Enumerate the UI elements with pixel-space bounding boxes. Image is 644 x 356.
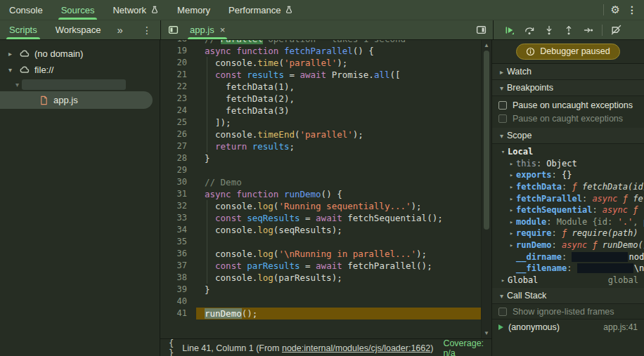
chevron-right-icon[interactable]: ▸ <box>507 242 516 249</box>
section-watch[interactable]: ▸ Watch <box>492 64 644 80</box>
code-line-20[interactable]: 20 console.time('parallel'); <box>160 57 482 69</box>
tree-item-file[interactable]: ▾file:// <box>0 62 160 78</box>
line-number[interactable]: 20 <box>160 57 196 69</box>
line-number[interactable]: 19 <box>160 45 196 57</box>
chevron-right-icon[interactable]: ▸ <box>507 230 516 237</box>
line-number[interactable]: 27 <box>160 140 196 152</box>
code-line-21[interactable]: 21 const results = await Promise.all([ <box>160 69 482 81</box>
editor-scrollbar[interactable]: ▲ ▼ <box>481 40 491 338</box>
scope-row-Global[interactable]: ▸Globalglobal <box>492 275 644 286</box>
code-line-32[interactable]: 32 console.log('Running sequentially...'… <box>160 200 482 212</box>
line-number[interactable]: 26 <box>160 128 196 140</box>
line-number[interactable]: 34 <box>160 224 196 236</box>
panel-tab-sources[interactable]: Sources <box>52 0 104 20</box>
scope-row-require[interactable]: ▸require: ƒ require(path) <box>492 228 644 239</box>
line-number[interactable]: 29 <box>160 164 196 176</box>
line-number[interactable]: 18 <box>160 40 196 45</box>
code-line-34[interactable]: 34 console.log(seqResults); <box>160 224 482 236</box>
scroll-up-icon[interactable]: ▲ <box>482 42 491 48</box>
step-out-button[interactable] <box>560 22 577 38</box>
line-number[interactable]: 35 <box>160 236 196 248</box>
line-number[interactable]: 28 <box>160 152 196 164</box>
navigator-more-icon[interactable]: ⋮ <box>142 25 160 36</box>
line-number[interactable]: 38 <box>160 272 196 284</box>
code-line-30[interactable]: 30// Demo <box>160 176 482 188</box>
chevron-right-icon[interactable]: ▸ <box>507 171 516 178</box>
section-scope[interactable]: ▾ Scope <box>492 128 644 144</box>
code-line-40[interactable]: 40 <box>160 296 482 308</box>
pretty-print-icon[interactable]: { } <box>169 338 174 356</box>
chevron-right-icon[interactable]: ▸ <box>507 218 516 225</box>
tree-item-nodomain[interactable]: ▸(no domain) <box>0 46 160 62</box>
chevron-right-icon[interactable]: ▸ <box>507 206 516 213</box>
scrollbar-thumb[interactable] <box>484 51 489 230</box>
scope-row-runDemo[interactable]: ▸runDemo: async ƒ runDemo() <box>492 239 644 251</box>
code-line-25[interactable]: 25 ]); <box>160 117 482 128</box>
code-line-26[interactable]: 26 console.timeEnd('parallel'); <box>160 128 482 140</box>
scope-row-exports[interactable]: ▸exports: {} <box>492 169 644 181</box>
chevron-right-icon[interactable]: ▸ <box>498 277 508 284</box>
line-number[interactable]: 25 <box>160 117 196 128</box>
code-line-27[interactable]: 27 return results; <box>160 140 482 152</box>
chevron-right-icon[interactable]: ▸ <box>6 50 15 58</box>
section-call-stack[interactable]: ▾ Call Stack <box>492 288 644 304</box>
checkbox-icon[interactable] <box>498 114 507 123</box>
chevron-down-icon[interactable]: ▾ <box>498 148 508 155</box>
step-button[interactable] <box>579 22 597 38</box>
code-line-31[interactable]: 31async function runDemo() { <box>160 188 482 200</box>
panel-tab-console[interactable]: Console <box>0 0 52 20</box>
scope-row-module[interactable]: ▸module: Module {id: '.', path <box>492 216 644 228</box>
deactivate-breakpoints-button[interactable] <box>607 22 625 38</box>
navigator-tab-workspace[interactable]: Workspace <box>46 20 110 39</box>
hide-debugger-panel-icon[interactable] <box>476 25 487 35</box>
section-breakpoints[interactable]: ▾ Breakpoints <box>492 80 644 96</box>
code-line-35[interactable]: 35 <box>160 236 482 248</box>
scope-row-fetchData[interactable]: ▸fetchData: ƒ fetchData(id) <box>492 181 644 193</box>
loader-link[interactable]: node:internal/modules/cjs/loader:1662 <box>282 343 430 353</box>
chevron-right-icon[interactable]: ▸ <box>507 160 516 167</box>
code-line-28[interactable]: 28} <box>160 152 482 164</box>
code-line-24[interactable]: 24 fetchData(3) <box>160 105 482 117</box>
scope-row-fetchParallel[interactable]: ▸fetchParallel: async ƒ fetchParallel() <box>492 192 644 204</box>
line-number[interactable]: 39 <box>160 284 196 296</box>
scope-row-this[interactable]: ▸this: Object <box>492 158 644 170</box>
code-line-18[interactable]: 18// Parallel operation - takes 1 second <box>160 40 482 45</box>
panel-tab-network[interactable]: Network <box>103 0 168 20</box>
ignore-listed-row[interactable]: Show ignore-listed frames <box>492 304 644 319</box>
code-line-22[interactable]: 22 fetchData(1), <box>160 81 482 93</box>
line-number[interactable]: 33 <box>160 212 196 224</box>
navigator-toggle-icon[interactable] <box>168 25 179 35</box>
line-number[interactable]: 31 <box>160 188 196 200</box>
line-number[interactable]: 24 <box>160 105 196 117</box>
tab-appjs[interactable]: app.js × <box>183 20 232 39</box>
chevron-right-icon[interactable]: ▸ <box>507 183 516 190</box>
tree-item-appjs[interactable]: app.js <box>0 91 153 109</box>
gear-icon[interactable]: ⚙ <box>611 4 620 16</box>
line-number[interactable]: 32 <box>160 200 196 212</box>
line-number[interactable]: 30 <box>160 176 196 188</box>
chevron-right-icon[interactable]: ▸ <box>507 195 516 202</box>
code-line-19[interactable]: 19async function fetchParallel() { <box>160 45 482 57</box>
code-line-41[interactable]: 41runDemo(); <box>160 308 482 319</box>
more-vert-icon[interactable]: ⋮ <box>627 4 637 15</box>
tab-overflow-chevron[interactable]: » <box>110 24 129 36</box>
code-line-23[interactable]: 23 fetchData(2), <box>160 93 482 105</box>
navigator-tab-scripts[interactable]: Scripts <box>0 20 46 39</box>
checkbox-icon[interactable] <box>498 308 507 316</box>
tree-item-folder-redacted[interactable]: ▾ <box>0 78 160 91</box>
chevron-down-icon[interactable]: ▾ <box>13 81 22 88</box>
checkbox-icon[interactable] <box>498 101 507 110</box>
scroll-down-icon[interactable]: ▼ <box>482 330 491 336</box>
line-number[interactable]: 41 <box>160 308 196 319</box>
pause-uncaught-row[interactable]: Pause on uncaught exceptions <box>492 98 644 112</box>
close-icon[interactable]: × <box>220 25 226 35</box>
code-line-36[interactable]: 36 console.log('\nRunning in parallel...… <box>160 248 482 260</box>
step-over-button[interactable] <box>520 22 538 38</box>
call-stack-frame[interactable]: (anonymous) app.js:41 <box>492 319 644 335</box>
line-number[interactable]: 37 <box>160 260 196 272</box>
code-line-29[interactable]: 29 <box>160 164 482 176</box>
panel-tab-performance[interactable]: Performance <box>219 0 302 20</box>
line-number[interactable]: 40 <box>160 296 196 308</box>
line-number[interactable]: 22 <box>160 81 196 93</box>
line-number[interactable]: 21 <box>160 69 196 81</box>
